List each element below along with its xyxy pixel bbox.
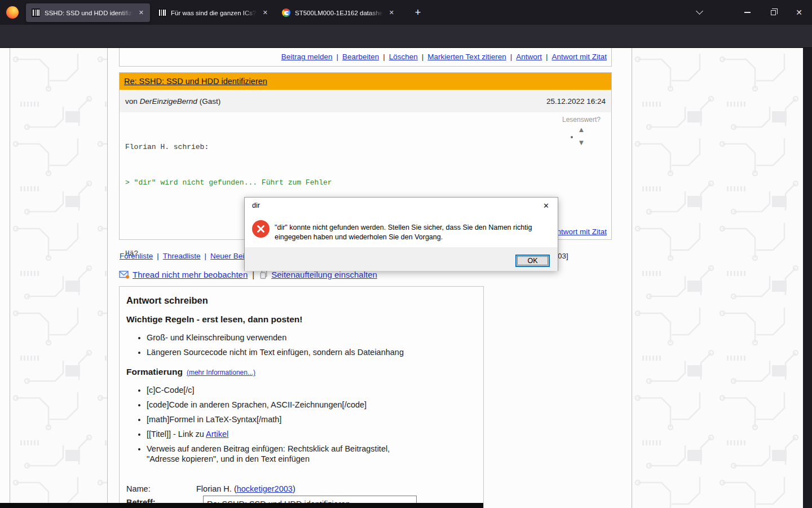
truncated-text-fragment: 03] [558,252,568,260]
edit-post-link[interactable]: Bearbeiten [342,52,379,61]
dialog-button-bar: OK [245,247,558,271]
username-link[interactable]: hocketiger2003 [237,484,293,493]
dialog-message: "dir" konnte nicht gefunden werden. Stel… [275,223,532,242]
post-rating-widget: Lesenswert? ▲ ▼ [556,116,607,147]
post-action-links: Beitrag melden|Bearbeiten|Löschen|Markie… [281,52,607,61]
taskbar-strip [0,503,483,508]
forum-nav-links: Forenliste|Threadliste|Neuer Beitrag [120,252,257,260]
window-restore-button[interactable] [760,0,786,25]
format-item: [c]C-Code[/c] [147,385,483,395]
error-dialog[interactable]: dir ✕ "dir" konnte nicht gefunden werden… [244,197,558,271]
tab-close-icon[interactable]: ✕ [137,8,145,17]
name-text: Florian H. ( [196,484,237,493]
post-line-quote: > "dir" wird nicht gefunden... Führt zum… [125,177,438,189]
author-suffix: (Gast) [200,97,221,106]
reply-form-box: Antwort schreiben Wichtige Regeln - erst… [119,286,484,508]
rating-label: Lesenswert? [556,116,607,124]
separator: | [157,252,159,260]
vote-up-icon[interactable]: ▲ [556,126,607,134]
more-info-link[interactable]: (mehr Informationen...) [187,369,255,376]
google-favicon-icon [282,8,290,17]
dialog-message-line: eingegeben haben und wiederholen Sie den… [275,233,532,242]
dialog-message-line: "dir" konnte nicht gefunden werden. Stel… [275,223,532,233]
format-item: Verweis auf anderen Beitrag einfügen: Re… [147,444,483,464]
name-text: ) [293,484,295,493]
formatting-heading-row: Formatierung (mehr Informationen...) [126,367,483,377]
format-item-text: "Adresse kopieren", und in den Text einf… [147,454,310,463]
tab-sshd-thread[interactable]: SSHD: SSD und HDD identifizier ✕ [26,3,150,22]
rule-item: Längeren Sourcecode nicht im Text einfüg… [147,347,483,357]
vote-dot-icon [571,136,573,138]
separator: | [422,52,424,61]
list-all-tabs-chevron-icon[interactable] [696,7,703,15]
formatting-list: [c]C-Code[/c] [code]Code in anderen Spra… [147,385,483,464]
format-item-text: Verweis auf anderen Beitrag einfügen: Re… [147,444,390,453]
post-line-intro: Florian H. schrieb: [125,141,438,153]
tab-ics-thread[interactable]: Für was sind die ganzen ICs?! - M ✕ [152,3,274,22]
separator: | [252,270,254,279]
rule-item: Groß- und Kleinschreibung verwenden [147,332,483,343]
tab-title: SSHD: SSD und HDD identifizier [45,10,135,16]
author-prefix: von [125,97,138,106]
report-post-link[interactable]: Beitrag melden [281,52,333,61]
formatting-heading: Formatierung [126,367,183,377]
tab-close-icon[interactable]: ✕ [261,8,270,17]
tab-bar: SSHD: SSD und HDD identifizier ✕ Für was… [0,0,812,25]
window-close-button[interactable]: ✕ [786,0,812,25]
format-item: [[Titel]] - Link zu Artikel [147,429,483,439]
mikrocontroller-favicon-icon [32,8,40,17]
reply-link[interactable]: Antwort [516,52,542,61]
page-viewport: Beitrag melden|Bearbeiten|Löschen|Markie… [0,48,803,508]
rules-list: Groß- und Kleinschreibung verwenden Läng… [147,332,483,357]
circuit-pattern-right [632,48,803,508]
separator: | [336,52,338,61]
name-label: Name: [126,484,196,493]
separator: | [205,252,207,260]
name-value: Florian H. (hocketiger2003) [196,484,295,493]
post-author: DerEinzigeBernd [140,97,197,106]
post-title-bar: Re: SSHD: SSD und HDD identifizieren [120,73,611,90]
envelope-icon [119,270,130,279]
format-item: [math]Formel in LaTeX-Syntax[/math] [147,414,483,424]
rules-heading: Wichtige Regeln - erst lesen, dann poste… [126,314,483,325]
quote-selection-link[interactable]: Markierten Text zitieren [427,52,506,61]
thread-list-link[interactable]: Threadliste [163,252,201,260]
window-minimize-button[interactable] [734,0,760,25]
ok-button[interactable]: OK [515,255,550,267]
format-item-text: [[Titel]] - Link zu [147,430,206,439]
separator: | [383,52,385,61]
tab-datasheet-search[interactable]: ST500LM000-1EJ162 datasheet - G ✕ [276,3,400,22]
enable-pagination-link[interactable]: Seitenaufteilung einschalten [271,270,377,279]
post-meta-row: von DerEinzigeBernd (Gast) 25.12.2022 16… [120,90,611,112]
vote-down-icon[interactable]: ▼ [556,139,607,147]
post-title-link[interactable]: Re: SSHD: SSD und HDD identifizieren [124,77,267,86]
firefox-logo-icon[interactable] [6,6,19,19]
mikrocontroller-favicon-icon [158,8,166,17]
reply-with-quote-link[interactable]: Antwort mit Zitat [551,227,607,236]
browser-window: SSHD: SSD und HDD identifizier ✕ Für was… [0,0,812,508]
separator: | [546,52,548,61]
tab-close-icon[interactable]: ✕ [387,8,396,17]
name-row: Name: Florian H. (hocketiger2003) [126,484,295,493]
navigation-toolbar: ← → ↻ https://www.mikrocontroller.net/to… [0,25,812,48]
artikel-link[interactable]: Artikel [206,430,228,439]
previous-post-stub: Beitrag melden|Bearbeiten|Löschen|Markie… [119,48,612,67]
circuit-pattern-left [10,48,108,508]
error-icon [252,220,270,238]
reply-with-quote-link[interactable]: Antwort mit Zitat [551,52,607,61]
minimize-icon [744,12,751,13]
pages-icon [259,270,268,279]
tab-title: ST500LM000-1EJ162 datasheet - G [295,10,385,16]
dialog-title: dir [252,202,260,209]
thread-tools-row: Thread nicht mehr beobachten | Seitenauf… [119,270,377,279]
delete-post-link[interactable]: Löschen [389,52,418,61]
dialog-close-icon[interactable]: ✕ [541,200,551,211]
forum-list-link[interactable]: Forenliste [120,252,153,260]
new-tab-button[interactable]: + [411,5,425,20]
restore-icon [771,10,776,15]
separator: | [510,52,513,61]
reply-heading: Antwort schreiben [126,295,483,306]
tab-title: Für was sind die ganzen ICs?! - M [171,10,259,16]
unwatch-thread-link[interactable]: Thread nicht mehr beobachten [133,270,248,279]
post-date: 25.12.2022 16:24 [546,97,606,106]
